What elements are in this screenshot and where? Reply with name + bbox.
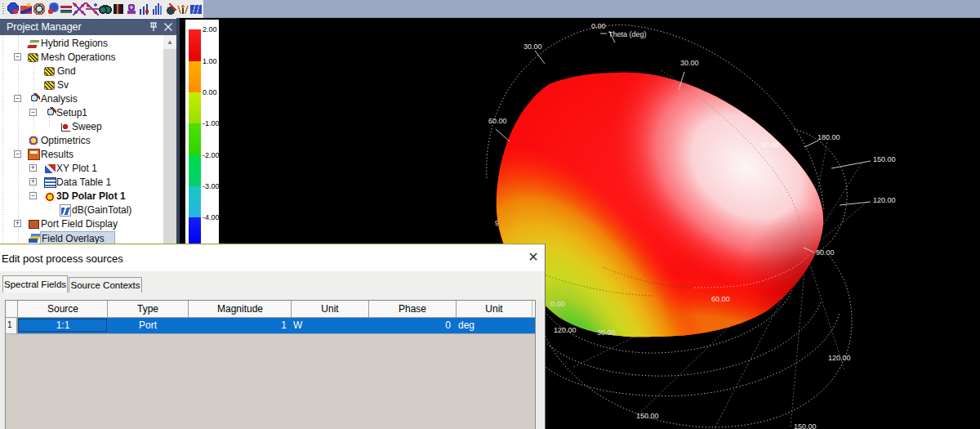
svg-text:0.00: 0.00 xyxy=(550,300,565,308)
svg-text:120.00: 120.00 xyxy=(828,354,851,362)
svg-text:90.00: 90.00 xyxy=(816,248,835,257)
svg-text:30.00: 30.00 xyxy=(523,42,542,51)
svg-text:120.00: 120.00 xyxy=(873,196,896,204)
svg-text:150.00: 150.00 xyxy=(636,412,659,420)
svg-text:Theta (deg): Theta (deg) xyxy=(608,30,647,38)
svg-text:150.00: 150.00 xyxy=(873,155,896,163)
svg-text:150.00: 150.00 xyxy=(794,422,817,429)
svg-text:60.00: 60.00 xyxy=(761,141,780,149)
svg-text:180.00: 180.00 xyxy=(817,133,840,141)
svg-text:120.00: 120.00 xyxy=(554,326,577,334)
svg-text:30.00: 30.00 xyxy=(597,328,616,337)
svg-text:60.00: 60.00 xyxy=(711,295,730,303)
svg-text:60.00: 60.00 xyxy=(488,117,507,125)
svg-text:0.00: 0.00 xyxy=(591,22,606,30)
svg-text:30.00: 30.00 xyxy=(680,59,699,67)
